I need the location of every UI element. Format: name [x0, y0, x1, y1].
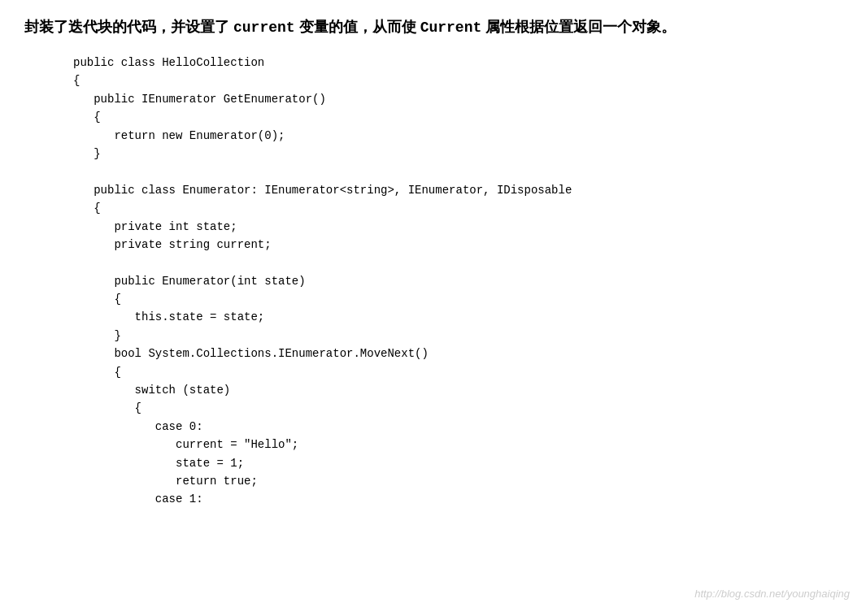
code-line: { — [73, 108, 842, 126]
code-line: public class Enumerator: IEnumerator<str… — [73, 181, 842, 199]
code-line: public IEnumerator GetEnumerator() — [73, 90, 842, 108]
code-line: this.state = state; — [73, 308, 842, 326]
code-line: { — [73, 363, 842, 381]
code-line: public class HelloCollection — [73, 54, 842, 72]
code-line: private int state; — [73, 218, 842, 236]
header-text-part1: 封装了迭代块的代码，并设置了 — [24, 19, 233, 35]
code-line: { — [73, 399, 842, 417]
header-text-part3: 属性根据位置返回一个对象。 — [481, 19, 676, 35]
code-line: case 0: — [73, 418, 842, 436]
header-code1: current — [233, 20, 295, 36]
code-line: state = 1; — [73, 454, 842, 472]
code-line: } — [73, 145, 842, 163]
watermark: http://blog.csdn.net/younghaiqing — [694, 588, 850, 600]
code-line: switch (state) — [73, 381, 842, 399]
code-line: { — [73, 199, 842, 217]
code-line: case 1: — [73, 490, 842, 508]
code-line: { — [73, 290, 842, 308]
code-line: private string current; — [73, 236, 842, 254]
code-line: return true; — [73, 472, 842, 490]
header-text-part2: 变量的值，从而使 — [295, 19, 420, 35]
code-line: return new Enumerator(0); — [73, 127, 842, 145]
code-line: { — [73, 72, 842, 89]
code-line: public Enumerator(int state) — [73, 272, 842, 290]
code-line — [73, 163, 842, 180]
code-block: public class HelloCollection{ public IEn… — [24, 54, 842, 509]
header-code2: Current — [420, 20, 482, 36]
code-line: } — [73, 327, 842, 345]
code-line: current = "Hello"; — [73, 436, 842, 453]
header-description: 封装了迭代块的代码，并设置了 current 变量的值，从而使 Current … — [24, 16, 842, 39]
code-line: bool System.Collections.IEnumerator.Move… — [73, 345, 842, 362]
code-line — [73, 254, 842, 271]
